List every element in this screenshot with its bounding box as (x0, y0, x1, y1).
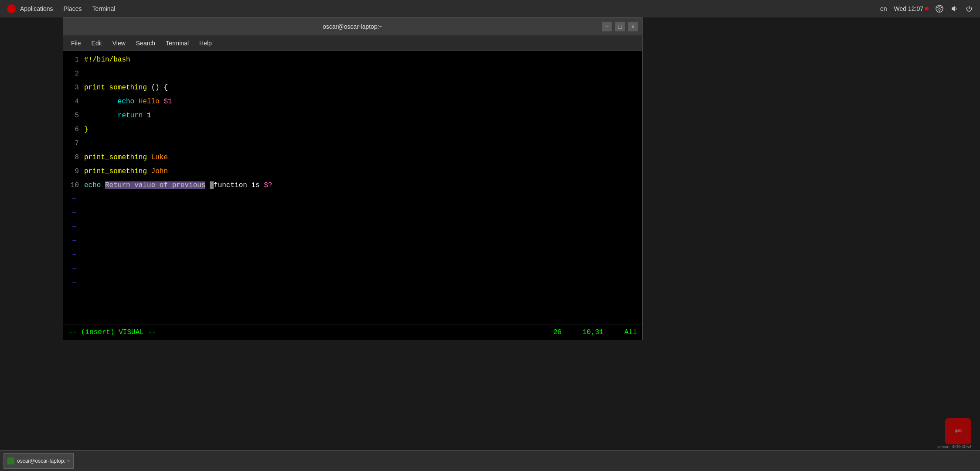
terminal-titlebar: oscar@oscar-laptop:~ − □ × (63, 18, 642, 35)
tilde-line-7: ~ (63, 278, 642, 292)
system-bar: Applications Places Terminal en Wed 12:0… (0, 0, 980, 17)
code-line-3: 3 print_something () { (63, 82, 642, 96)
terminal-menubar: File Edit View Search Terminal Help (63, 35, 642, 51)
tilde-line-2: ~ (63, 208, 642, 222)
vim-col-count: 26 (553, 328, 561, 336)
minimize-button[interactable]: − (602, 22, 612, 31)
window-controls: − □ × (602, 22, 638, 31)
tilde-line-1: ~ (63, 194, 642, 208)
power-icon[interactable] (965, 5, 973, 13)
language-indicator: en (880, 5, 887, 12)
watermark-logo: 水印 (945, 418, 971, 444)
tilde-line-4: ~ (63, 236, 642, 250)
datetime-display: Wed 12:07 (894, 5, 929, 12)
code-line-8: 8 print_something Luke (63, 152, 642, 166)
vim-mode-indicator: -- (insert) VISUAL -- (68, 328, 157, 336)
menu-terminal[interactable]: Terminal (161, 38, 193, 48)
network-icon[interactable] (936, 5, 943, 13)
code-line-4: 4 echo Hello $1 (63, 96, 642, 110)
taskbar-terminal-item[interactable]: oscar@oscar-laptop: ~ (3, 453, 74, 469)
code-line-7: 7 (63, 138, 642, 152)
tilde-line-5: ~ (63, 250, 642, 264)
vim-status-bar: -- (insert) VISUAL -- 26 10,31 All (63, 324, 642, 340)
vim-scroll-pos: All (624, 328, 637, 336)
menu-edit[interactable]: Edit (87, 38, 106, 48)
text-cursor (210, 181, 214, 189)
taskbar-terminal-icon (7, 457, 14, 464)
vim-position-info: 26 10,31 All (553, 328, 637, 336)
code-line-10: 10 echo Return value of previous functio… (63, 180, 642, 194)
volume-icon[interactable] (950, 5, 958, 13)
watermark-text: weixin_43684054 (937, 444, 971, 449)
tilde-line-3: ~ (63, 222, 642, 236)
apps-menu[interactable]: Applications (7, 4, 53, 13)
svg-point-1 (939, 10, 940, 12)
code-line-9: 9 print_something John (63, 166, 642, 180)
taskbar: oscar@oscar-laptop: ~ (0, 450, 980, 471)
terminal-window: oscar@oscar-laptop:~ − □ × File Edit Vie… (63, 17, 643, 340)
menu-help[interactable]: Help (195, 38, 216, 48)
menu-view[interactable]: View (108, 38, 130, 48)
system-bar-left: Applications Places Terminal (7, 4, 115, 13)
code-line-6: 6 } (63, 124, 642, 138)
menu-search[interactable]: Search (132, 38, 160, 48)
tilde-line-6: ~ (63, 264, 642, 278)
code-line-2: 2 (63, 68, 642, 82)
code-line-5: 5 return 1 (63, 110, 642, 124)
maximize-button[interactable]: □ (615, 22, 625, 31)
menu-file[interactable]: File (67, 38, 85, 48)
system-bar-right: en Wed 12:07 (880, 5, 973, 13)
vim-line-col: 10,31 (582, 328, 603, 336)
terminal-menu[interactable]: Terminal (92, 5, 116, 12)
distro-logo-icon (7, 4, 16, 13)
svg-marker-2 (952, 6, 955, 11)
close-button[interactable]: × (628, 22, 638, 31)
recording-indicator-icon (925, 7, 929, 10)
places-menu[interactable]: Places (64, 5, 82, 12)
code-editor[interactable]: 1 #!/bin/bash 2 3 print_something () { 4… (63, 51, 642, 324)
terminal-title: oscar@oscar-laptop:~ (323, 23, 383, 30)
code-line-1: 1 #!/bin/bash (63, 55, 642, 68)
watermark: 水印 weixin_43684054 (937, 418, 971, 449)
